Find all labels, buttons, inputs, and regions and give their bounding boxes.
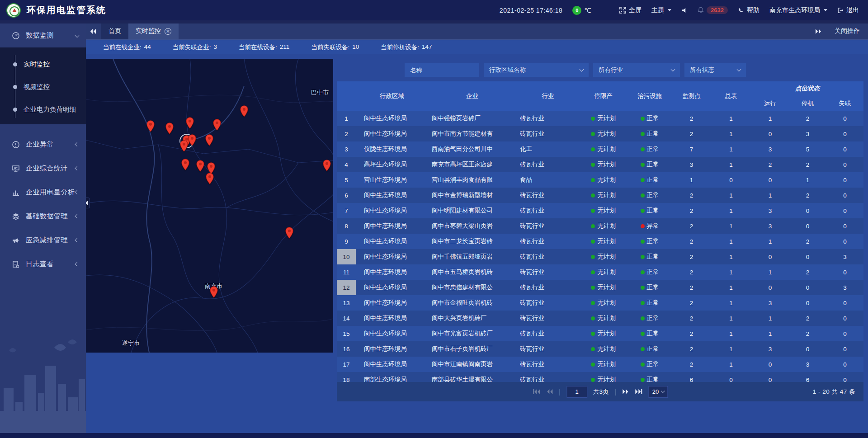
table-row[interactable]: 2阆中生态环境局阆中市南方节能建材有砖瓦行业无计划正常21030 <box>337 126 863 141</box>
table-row[interactable]: 18南部生态环境局南部县砖华土湿有限公砖瓦行业无计划正常60060 <box>337 372 863 382</box>
status-dot-green <box>591 270 595 274</box>
sidebar-group-data-monitoring[interactable]: 数据监测 <box>0 24 86 47</box>
prev-page-button[interactable] <box>546 389 553 395</box>
table-row[interactable]: 6阆中生态环境局阆中市金博瑞新型墙材砖瓦行业无计划正常21120 <box>337 188 863 203</box>
map-pin-icon[interactable] <box>285 227 293 239</box>
sidebar-group-log-view[interactable]: 日志查看 <box>0 252 86 276</box>
table-row[interactable]: 10阆中生态环境局阆中千佛镇五郎垭页岩砖瓦行业无计划正常21003 <box>337 249 863 264</box>
next-page-button[interactable] <box>623 389 629 395</box>
page-size-select[interactable]: 20 <box>649 386 668 398</box>
table-row[interactable]: 14阆中生态环境局阆中大兴页岩机砖厂砖瓦行业无计划正常21120 <box>337 311 863 326</box>
cell-running: 3 <box>751 295 789 311</box>
sidebar-item-video-monitoring[interactable]: 视频监控 <box>0 75 86 98</box>
table-row[interactable]: 3仪陇生态环境局西南油气田分公司川中化工无计划正常71350 <box>337 141 863 157</box>
map-panel[interactable]: 巴中市南充市遂宁市 <box>86 59 333 353</box>
tabs-scroll-right-button[interactable] <box>811 23 826 39</box>
content-area: 巴中市南充市遂宁市 行政区域名称 所有行业 所有状态 <box>86 54 868 438</box>
sidebar-group-enterprise-statistics[interactable]: 企业综合统计 <box>0 156 86 180</box>
table-row[interactable]: 13阆中生态环境局阆中市金福旺页岩机砖砖瓦行业无计划正常21300 <box>337 295 863 311</box>
table-row[interactable]: 11阆中生态环境局阆中市五马桥页岩机砖砖瓦行业无计划正常21120 <box>337 264 863 280</box>
map-pin-icon[interactable] <box>181 159 189 170</box>
cell-points: 2 <box>672 126 711 141</box>
cell-lost: 0 <box>826 264 863 280</box>
status-dot-green <box>591 193 595 198</box>
chevron-left-icon <box>75 214 80 219</box>
map-pin-icon[interactable] <box>213 119 221 131</box>
map-pin-icon[interactable] <box>210 286 218 298</box>
last-page-button[interactable] <box>635 389 643 395</box>
stat-value: 211 <box>280 43 290 52</box>
cell-facility-status: 正常 <box>627 249 672 264</box>
sidebar-item-power-load-detail[interactable]: 企业电力负荷明细 <box>0 98 86 121</box>
table-row[interactable]: 5营山生态环境局营山县润丰肉食品有限食品无计划正常10010 <box>337 172 863 188</box>
table-row[interactable]: 8阆中生态环境局阆中市枣碧大梁山页岩砖瓦行业无计划异常21300 <box>337 218 863 234</box>
sidebar-group-emergency-reduction[interactable]: 应急减排管理 <box>0 228 86 252</box>
map-pin-icon[interactable] <box>146 120 155 132</box>
table-row[interactable]: 9阆中生态环境局阆中市二龙长宝页岩砖砖瓦行业无计划正常21120 <box>337 234 863 249</box>
cell-company: 阆中市枣碧大梁山页岩 <box>428 218 516 234</box>
cell-company: 南充市高坪区王家店建 <box>428 157 516 172</box>
cell-company: 阆中明阳建材有限公司 <box>428 203 516 218</box>
cell-running: 3 <box>751 141 789 157</box>
table-row[interactable]: 12阆中生态环境局阆中市忠信建材有限公砖瓦行业无计划正常21003 <box>337 280 863 295</box>
map-pin-icon[interactable] <box>323 160 331 171</box>
cell-index: 15 <box>337 326 356 341</box>
close-operations-dropdown[interactable]: 关闭操作 <box>835 27 860 35</box>
cell-industry: 砖瓦行业 <box>516 126 580 141</box>
cell-facility-status: 正常 <box>627 157 672 172</box>
cell-lost: 0 <box>826 141 863 157</box>
map-pin-icon[interactable] <box>196 160 204 172</box>
cell-stopped: 2 <box>789 326 826 341</box>
notifications[interactable]: 2632 <box>698 6 728 14</box>
table-row[interactable]: 17阆中生态环境局阆中市江南镇阆南页岩砖瓦行业无计划正常21030 <box>337 357 863 372</box>
logout-button[interactable]: 退出 <box>837 6 859 14</box>
map-pin-icon[interactable] <box>165 122 174 134</box>
cell-facility-status: 正常 <box>627 326 672 341</box>
industry-select[interactable]: 所有行业 <box>593 63 680 77</box>
map-pin-icon[interactable] <box>206 173 214 184</box>
map-pin-icon[interactable] <box>240 105 248 117</box>
map-pin-icon[interactable] <box>205 134 213 146</box>
stat-label: 当前失联企业: <box>173 43 211 52</box>
sidebar-group-power-analysis[interactable]: 企业用电量分析 <box>0 180 86 204</box>
datetime: 2021-02-25 17:46:18 <box>500 7 563 14</box>
fullscreen-button[interactable]: 全屏 <box>619 6 642 14</box>
map-pin-icon[interactable] <box>188 134 196 146</box>
status-select[interactable]: 所有状态 <box>684 63 746 77</box>
map-city-label: 遂宁市 <box>122 339 140 347</box>
cell-points: 3 <box>672 157 711 172</box>
org-dropdown[interactable]: 南充市生态环境局 <box>769 6 827 14</box>
cell-running: 1 <box>751 264 789 280</box>
sidebar-group-basic-data[interactable]: 基础数据管理 <box>0 204 86 228</box>
table-row[interactable]: 7阆中生态环境局阆中明阳建材有限公司砖瓦行业无计划正常21300 <box>337 203 863 218</box>
region-select[interactable]: 行政区域名称 <box>484 63 589 77</box>
cell-lost: 0 <box>826 326 863 341</box>
page-number-input[interactable]: 1 <box>566 386 587 398</box>
tabs-scroll-left-button[interactable] <box>86 23 101 39</box>
theme-dropdown[interactable]: 主题 <box>651 6 671 14</box>
first-page-button[interactable] <box>533 389 540 395</box>
divider: | <box>559 388 561 396</box>
stat-value: 44 <box>144 43 151 52</box>
cell-running: 0 <box>751 372 789 382</box>
close-tab-icon[interactable]: ✕ <box>165 28 171 35</box>
table-row[interactable]: 16阆中生态环境局阆中市石子页岩机砖厂砖瓦行业无计划正常21300 <box>337 341 863 357</box>
table-row[interactable]: 1阆中生态环境局阆中强锐页岩砖厂砖瓦行业无计划正常21120 <box>337 111 863 126</box>
cell-meters: 1 <box>711 234 751 249</box>
table-row[interactable]: 4高坪生态环境局南充市高坪区王家店建砖瓦行业无计划正常31220 <box>337 157 863 172</box>
stat-item: 当前在线企业:44 <box>103 43 151 52</box>
tab-realtime-monitoring[interactable]: 实时监控 ✕ <box>128 23 179 39</box>
table-row[interactable]: 15阆中生态环境局阆中市光富页岩机砖厂砖瓦行业无计划正常21120 <box>337 326 863 341</box>
voice-toggle-button[interactable] <box>681 7 688 14</box>
sidebar-group-enterprise-abnormal[interactable]: 企业异常 <box>0 132 86 156</box>
cell-facility-status: 正常 <box>627 203 672 218</box>
map-pin-icon[interactable] <box>186 117 194 129</box>
tab-home[interactable]: 首页 <box>101 23 128 39</box>
cell-lost: 3 <box>826 249 863 264</box>
map-pin-icon[interactable] <box>180 140 188 152</box>
help-button[interactable]: 帮助 <box>738 6 760 14</box>
cell-limit-status: 无计划 <box>580 141 627 157</box>
city-skyline-decoration <box>0 334 86 438</box>
sidebar-item-realtime-monitoring[interactable]: 实时监控 <box>0 53 86 75</box>
name-search-input[interactable] <box>405 63 479 77</box>
